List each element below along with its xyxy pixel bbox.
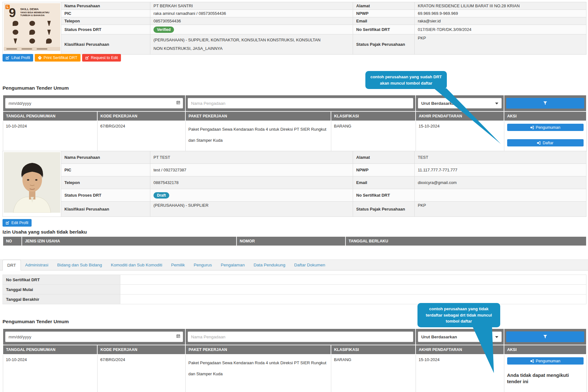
request-to-edit-button[interactable]: Request to Edit <box>82 54 121 62</box>
filter-button[interactable] <box>506 331 584 342</box>
field-label: Klasifikasi Perusahaan <box>61 34 150 55</box>
col-header: AKSI <box>504 111 586 121</box>
field-value: test / 0927327387 <box>150 164 353 176</box>
field-value: PKP <box>415 34 586 55</box>
edit-icon <box>85 56 89 60</box>
field-value <box>415 189 586 202</box>
tab-data-pendukung[interactable]: Data Pendukung <box>249 260 290 270</box>
field-label: PIC <box>61 10 150 17</box>
field-value: PT BERKAH SANTRI <box>150 2 353 10</box>
field-label: Status Proses DRT <box>61 189 150 202</box>
poster-icon-grid <box>7 19 57 45</box>
status-badge-draft: Draft <box>153 192 169 199</box>
field-value: Verified <box>150 25 353 34</box>
name-filter-cell <box>185 95 416 111</box>
tab-pemilik[interactable]: Pemilik <box>167 260 189 270</box>
field-value: TEST <box>415 151 586 164</box>
tab-daftar-dokumen[interactable]: Daftar Dokumen <box>290 260 329 270</box>
col-header: TANGGAL PENGUMUMAN <box>3 345 97 354</box>
pic-photo <box>4 152 60 213</box>
cannot-register-note: Anda tidak dapat mengikuti tender ini <box>507 372 584 385</box>
col-header: NOMOR <box>237 236 345 246</box>
detail-tabs: DRT Administrasi Bidang dan Sub Bidang K… <box>0 259 588 270</box>
field-label: Alamat <box>353 151 415 164</box>
tab-drt[interactable]: DRT <box>3 260 21 270</box>
tab-administrasi[interactable]: Administrasi <box>21 260 53 270</box>
company-poster-cell: L 9 SKILL DEWA YANG BISA MEMBUATMU TUMBU… <box>3 2 61 55</box>
field-value: (PERUSAHAAN) - SUPPLIER, KONTRAKTOR, KON… <box>150 34 353 55</box>
tender-row: 10-10-2024 67/BRG/2024 Paket Pengadaan S… <box>3 354 586 392</box>
tab-bidang[interactable]: Bidang dan Sub Bidang <box>53 260 106 270</box>
field-value: KRATON RESIDENCE LILIUM BARAT III NO.28 … <box>415 2 586 10</box>
col-header: KLASIFIKASI <box>331 111 416 121</box>
print-sertifikat-button[interactable]: Print Sertifikat DRT <box>35 54 81 62</box>
cell-tanggal: 10-10-2024 <box>3 354 97 392</box>
tab-pengalaman[interactable]: Pengalaman <box>216 260 249 270</box>
field-value: 085730554436 <box>150 17 353 25</box>
field-label: No Sertifikat DRT <box>353 25 415 34</box>
col-header: NO <box>3 236 22 246</box>
funnel-icon <box>543 101 547 105</box>
field-label: NPWP <box>353 10 415 17</box>
field-label: No Sertifikat DRT <box>3 275 120 285</box>
drt-panel-table: No Sertifikat DRT Tanggal Mulai Tanggal … <box>3 275 586 304</box>
company-profile-table-2: Nama Perusahaan PT TEST Alamat TEST PIC … <box>3 151 586 217</box>
field-value <box>120 275 586 285</box>
sort-select-value: Urut Berdasarkan <box>421 335 457 339</box>
edit-icon <box>6 221 9 225</box>
edit-profil-label: Edit Profil <box>11 221 28 225</box>
sign-in-icon <box>530 126 534 129</box>
tender2-title: Pengumuman Tender Umum <box>3 319 69 324</box>
tooltip-daftar-visible: contoh perusahaan yang sudah DRT akan mu… <box>365 71 447 89</box>
funnel-icon <box>543 335 547 339</box>
field-label: Status Pajak Perusahaan <box>353 34 415 55</box>
company-poster-image: L 9 SKILL DEWA YANG BISA MEMBUATMU TUMBU… <box>4 3 60 51</box>
field-value: raka aminul ramadhani / 085730554436 <box>150 10 353 17</box>
field-label: Email <box>353 176 415 189</box>
calendar-icon[interactable] <box>176 334 180 339</box>
lihat-profil-button[interactable]: Lihat Profil <box>3 54 33 62</box>
date-filter-cell <box>3 95 185 111</box>
pengumuman-button[interactable]: Pengumuman <box>507 357 584 365</box>
field-label: Status Proses DRT <box>61 25 150 34</box>
daftar-button[interactable]: Daftar <box>507 139 584 146</box>
filter-button[interactable] <box>506 98 584 109</box>
cell-tanggal: 10-10-2024 <box>3 121 97 151</box>
print-sertifikat-label: Print Sertifikat DRT <box>44 56 77 60</box>
tender1-title: Pengumuman Tender Umum <box>3 85 69 91</box>
field-value: dixxicyra@gmail.com <box>415 176 586 189</box>
field-value: 08875432178 <box>150 176 353 189</box>
nama-pengadaan-input[interactable] <box>188 331 413 342</box>
tab-komoditi[interactable]: Komoditi dan Sub Komoditi <box>106 260 167 270</box>
cell-paket: Paket Pengadaan Sewa Kendaraan Roda 4 un… <box>185 121 331 151</box>
nama-pengadaan-input[interactable] <box>188 98 413 109</box>
izin-table: NO JENIS IZIN USAHA NOMOR TANGGAL BERLAK… <box>3 236 587 246</box>
tab-pengurus[interactable]: Pengurus <box>189 260 216 270</box>
date-filter-input[interactable] <box>5 98 183 109</box>
field-value: Draft <box>150 189 353 202</box>
field-label: PIC <box>61 164 150 176</box>
vendor-portal-page: L 9 SKILL DEWA YANG BISA MEMBUATMU TUMBU… <box>0 0 588 392</box>
field-label: Nama Perusahaan <box>61 2 150 10</box>
field-label: Klasifikasi Perusahaan <box>61 202 150 217</box>
calendar-icon[interactable] <box>176 100 180 105</box>
field-label: Telepon <box>61 176 150 189</box>
field-label: Email <box>353 17 415 25</box>
name-filter-cell <box>185 329 416 345</box>
pengumuman-label: Pengumuman <box>536 125 561 130</box>
field-label: No Sertifikat DRT <box>353 189 415 202</box>
field-value: 69.969.969.9-969.969 <box>415 10 586 17</box>
date-filter-input[interactable] <box>5 331 183 342</box>
poster-title-1: SKILL DEWA <box>20 7 39 11</box>
pengumuman-button[interactable]: Pengumuman <box>507 124 584 131</box>
daftar-label: Daftar <box>543 141 553 145</box>
pic-photo-cell <box>3 151 61 217</box>
poster-contact-strip <box>4 47 60 51</box>
tooltip-daftar-hidden: contoh perusahaan yang tidak terdaftar s… <box>417 303 500 327</box>
field-label: Telepon <box>61 17 150 25</box>
tooltip-tail <box>470 326 498 374</box>
profile1-actions: Lihat Profil Print Sertifikat DRT Reques… <box>3 54 121 62</box>
field-label: Status Pajak Perusahaan <box>353 202 415 217</box>
sign-in-icon <box>530 359 534 363</box>
edit-profil-button[interactable]: Edit Profil <box>3 219 32 227</box>
